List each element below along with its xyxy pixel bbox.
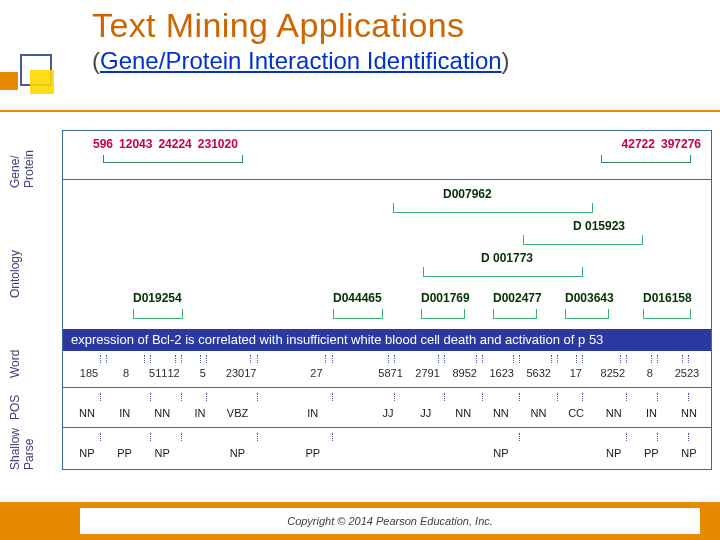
ontology-bracket — [393, 203, 593, 213]
slide-header: Text Mining Applications (Gene/Protein I… — [92, 6, 700, 75]
ontology-bracket — [423, 267, 583, 277]
slide-title: Text Mining Applications — [92, 6, 700, 45]
footer-bar: Copyright © 2014 Pearson Education, Inc. — [0, 502, 720, 540]
copyright-text: Copyright © 2014 Pearson Education, Inc. — [80, 508, 700, 534]
ontology-bracket — [523, 235, 643, 245]
gene-id: 42722 — [622, 137, 655, 151]
ontology-code: D044465 — [333, 291, 382, 305]
gene-id-row: 596 12043 24224 231020 42722 397276 — [93, 137, 701, 151]
gene-id: 397276 — [661, 137, 701, 151]
nlp-diagram: 596 12043 24224 231020 42722 397276 D007… — [62, 130, 712, 470]
ontology-code: D019254 — [133, 291, 182, 305]
gene-id: 596 — [93, 137, 113, 151]
ontology-code: D003643 — [565, 291, 614, 305]
word-id-row: 1858 511125 2301727 58712791 89521623 56… — [75, 367, 701, 379]
row-label-gene: Gene/Protein — [8, 150, 36, 188]
ontology-code: D007962 — [443, 187, 492, 201]
row-label-ontology: Ontology — [8, 250, 22, 298]
gene-id: 231020 — [198, 137, 238, 151]
divider — [63, 427, 711, 428]
pos-ticks — [75, 393, 701, 405]
divider — [63, 179, 711, 180]
gene-id: 12043 — [119, 137, 152, 151]
pos-tag-row: NNINNN INVBZIN JJJJNN NNNNCC NNINNN — [75, 407, 701, 419]
ontology-code: D 001773 — [481, 251, 533, 265]
row-label-parse: ShallowParse — [8, 428, 36, 470]
ontology-code: D 015923 — [573, 219, 625, 233]
header-rule — [0, 110, 720, 112]
parse-ticks — [75, 433, 701, 445]
gene-id: 24224 — [158, 137, 191, 151]
gene-bracket-row — [83, 155, 701, 171]
subtitle-link: Gene/Protein Interaction Identification — [100, 47, 502, 74]
divider — [63, 387, 711, 388]
row-label-word: Word — [8, 350, 22, 378]
parse-tag-row: NPPPNP NPPP NP NPPPNP — [75, 447, 701, 459]
row-label-pos: POS — [8, 395, 22, 420]
ontology-code: D002477 — [493, 291, 542, 305]
ontology-code: D016158 — [643, 291, 692, 305]
corner-decoration — [0, 42, 54, 96]
slide-subtitle: (Gene/Protein Interaction Identification… — [92, 47, 700, 75]
ontology-code: D001769 — [421, 291, 470, 305]
sentence-text: expression of Bcl-2 is correlated with i… — [63, 329, 711, 351]
word-ticks — [75, 355, 701, 367]
